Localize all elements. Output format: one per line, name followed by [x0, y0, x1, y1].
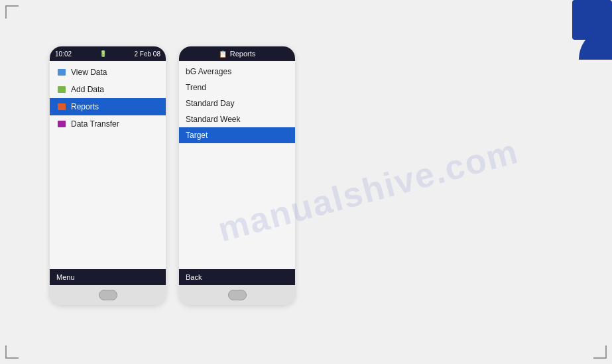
reports-item-standard-day-label: Standard Day [186, 99, 234, 108]
devices-wrapper: 10:02 🔋 2 Feb 08 View Data Add Data [50, 46, 295, 305]
device1-menu-list: View Data Add Data Reports [50, 61, 166, 269]
add-data-icon [56, 84, 67, 95]
menu-item-add-data[interactable]: Add Data [50, 81, 166, 98]
device2-oval-button[interactable] [228, 290, 247, 300]
device1-home-button-area [50, 285, 166, 305]
menu-item-reports[interactable]: Reports [50, 98, 166, 115]
device1-status-bar: 10:02 🔋 2 Feb 08 [50, 46, 166, 61]
device1-screen: 10:02 🔋 2 Feb 08 View Data Add Data [50, 46, 166, 285]
device1-date: 2 Feb 08 [135, 50, 160, 58]
reports-header-icon: 📋 [219, 50, 227, 58]
device-reports-menu: 📋 Reports bG Averages Trend Standard Day… [179, 46, 295, 305]
device2-reports-header: 📋 Reports [179, 46, 295, 61]
reports-item-trend[interactable]: Trend [179, 80, 295, 95]
device2-home-button-area [179, 285, 295, 305]
reports-icon [56, 101, 67, 112]
device1-battery-icon: 🔋 [99, 50, 107, 57]
reports-item-target-label: Target [186, 131, 208, 140]
corner-mark-br [593, 345, 607, 359]
decorative-shape-top-right [532, 0, 612, 62]
menu-item-data-transfer-label: Data Transfer [71, 119, 119, 129]
device2-reports-list: bG Averages Trend Standard Day Standard … [179, 61, 295, 269]
menu-item-view-data[interactable]: View Data [50, 64, 166, 81]
device1-menu-label: Menu [56, 273, 75, 281]
menu-item-reports-label: Reports [71, 102, 99, 111]
reports-item-target[interactable]: Target [179, 127, 295, 143]
menu-item-add-data-label: Add Data [71, 85, 104, 94]
menu-item-data-transfer[interactable]: Data Transfer [50, 115, 166, 133]
device2-screen: 📋 Reports bG Averages Trend Standard Day… [179, 46, 295, 285]
device1-time: 10:02 [55, 50, 72, 58]
corner-mark-tl [5, 5, 19, 19]
reports-item-bg-averages[interactable]: bG Averages [179, 64, 295, 80]
device1-oval-button[interactable] [99, 290, 117, 300]
corner-mark-bl [5, 345, 19, 359]
device2-back-label: Back [186, 273, 202, 281]
device1-bottom-bar[interactable]: Menu [50, 269, 166, 285]
reports-header-title: Reports [230, 50, 256, 58]
view-data-icon [56, 67, 67, 78]
reports-item-trend-label: Trend [186, 83, 206, 92]
menu-item-view-data-label: View Data [71, 68, 107, 77]
reports-item-standard-week-label: Standard Week [186, 115, 241, 124]
reports-item-standard-day[interactable]: Standard Day [179, 95, 295, 111]
reports-item-bg-averages-label: bG Averages [186, 67, 231, 76]
device-main-menu: 10:02 🔋 2 Feb 08 View Data Add Data [50, 46, 166, 305]
device2-bottom-bar[interactable]: Back [179, 269, 295, 285]
reports-item-standard-week[interactable]: Standard Week [179, 111, 295, 127]
data-transfer-icon [56, 119, 67, 129]
